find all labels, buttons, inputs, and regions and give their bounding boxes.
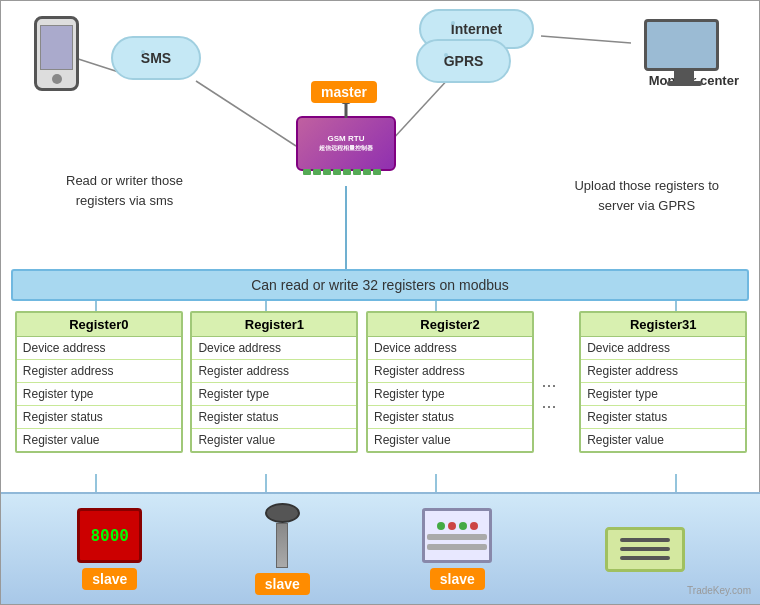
sms-label: SMS xyxy=(141,50,171,66)
sensor-icon xyxy=(255,503,310,568)
slave-device-meter: 8000 slave xyxy=(77,508,142,590)
main-diagram: SMS Internet GPRS Monitor center master … xyxy=(0,0,760,605)
register-row-2-2: Register type xyxy=(368,383,532,406)
gprs-cloud: GPRS xyxy=(416,39,511,83)
register-row-1-1: Register address xyxy=(192,360,356,383)
ellipsis-separator: ... ... xyxy=(542,311,572,413)
svg-line-2 xyxy=(391,76,451,141)
register-box-1: Register1 Device address Register addres… xyxy=(190,311,358,453)
register-row-1-3: Register status xyxy=(192,406,356,429)
slave-device-sensor: slave xyxy=(255,503,310,595)
upload-label: Upload those registers to server via GPR… xyxy=(574,176,719,215)
antenna-icon xyxy=(345,103,348,118)
register-box-0: Register0 Device address Register addres… xyxy=(15,311,183,453)
slave-label-1: slave xyxy=(82,568,137,590)
register-row-2-1: Register address xyxy=(368,360,532,383)
register-row-2-0: Device address xyxy=(368,337,532,360)
gsm-connectors xyxy=(303,169,389,175)
relay-icon xyxy=(605,527,685,572)
register-header-1: Register1 xyxy=(192,313,356,337)
register-row-0-0: Device address xyxy=(17,337,181,360)
read-write-label: Read or writer those registers via sms xyxy=(66,171,183,210)
master-label: master xyxy=(311,81,377,103)
watermark: TradeKey.com xyxy=(687,585,751,596)
register-header-0: Register0 xyxy=(17,313,181,337)
monitor-icon xyxy=(644,19,724,89)
gsm-device-text: GSM RTU 超信远程相量控制器 xyxy=(319,134,373,152)
register-row-2-3: Register status xyxy=(368,406,532,429)
register-row-0-1: Register address xyxy=(17,360,181,383)
gsm-rtu-device: GSM RTU 超信远程相量控制器 xyxy=(296,116,396,171)
register-row-31-2: Register type xyxy=(581,383,745,406)
register-row-1-0: Device address xyxy=(192,337,356,360)
register-row-1-4: Register value xyxy=(192,429,356,451)
register-header-2: Register2 xyxy=(368,313,532,337)
svg-line-3 xyxy=(541,36,631,43)
register-row-0-4: Register value xyxy=(17,429,181,451)
plc-icon xyxy=(422,508,492,563)
slave-label-2: slave xyxy=(255,573,310,595)
register-row-31-0: Device address xyxy=(581,337,745,360)
register-header-31: Register31 xyxy=(581,313,745,337)
register-box-2: Register2 Device address Register addres… xyxy=(366,311,534,453)
register-row-31-3: Register status xyxy=(581,406,745,429)
svg-line-1 xyxy=(196,81,296,146)
register-row-0-3: Register status xyxy=(17,406,181,429)
gprs-label: GPRS xyxy=(444,53,484,69)
register-row-1-2: Register type xyxy=(192,383,356,406)
meter-icon: 8000 xyxy=(77,508,142,563)
register-box-31: Register31 Device address Register addre… xyxy=(579,311,747,453)
registers-section: Register0 Device address Register addres… xyxy=(1,301,760,476)
register-row-31-1: Register address xyxy=(581,360,745,383)
slave-device-relay xyxy=(605,527,685,572)
register-row-2-4: Register value xyxy=(368,429,532,451)
sms-cloud: SMS xyxy=(111,36,201,80)
register-row-31-4: Register value xyxy=(581,429,745,451)
register-row-0-2: Register type xyxy=(17,383,181,406)
modbus-banner: Can read or write 32 registers on modbus xyxy=(11,269,749,301)
phone-icon xyxy=(29,16,84,96)
slave-label-3: slave xyxy=(430,568,485,590)
slave-device-plc: slave xyxy=(422,508,492,590)
bottom-section: 8000 slave slave xyxy=(1,492,760,604)
internet-label: Internet xyxy=(451,21,502,37)
